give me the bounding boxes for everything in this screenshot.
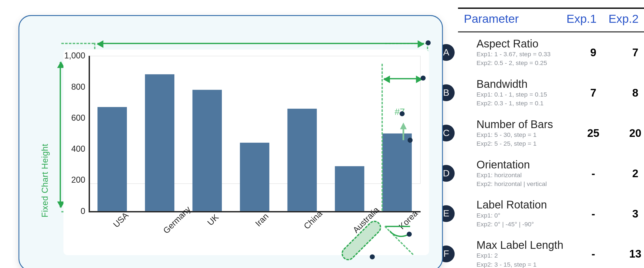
table-header: Parameter Exp.1 Exp.2 (458, 8, 644, 32)
bar (335, 166, 364, 211)
exp2-value: 2 (614, 167, 644, 180)
param-name: Orientation (476, 159, 572, 170)
parameter-table: Parameter Exp.1 Exp.2 AAspect RatioExp1:… (458, 8, 644, 268)
y-tick-label: 0 (60, 206, 85, 216)
table-row: CNumber of BarsExp1: 5 - 30, step = 1Exp… (458, 113, 644, 153)
col-parameter: Parameter (464, 12, 561, 26)
param-sub-exp1: Exp1: 1 - 3.67, step = 0.33 (476, 50, 572, 58)
table-row: ELabel RotationExp1: 0°Exp2: 0° | -45° |… (458, 193, 644, 234)
y-tick-label: 400 (60, 144, 85, 154)
plot-area (89, 56, 421, 211)
y-tick-label: 200 (60, 175, 85, 185)
param-sub-exp1: Exp1: 5 - 30, step = 1 (476, 131, 572, 139)
fixed-chart-height-label: Fixed Chart Height (40, 144, 50, 218)
table-row: DOrientationExp1: horizontalExp2: horizo… (458, 153, 644, 193)
param-name: Number of Bars (476, 119, 572, 130)
x-tick-label: USA (111, 210, 130, 229)
table-row: FMax Label LengthExp1: 2Exp2: 3 - 15, st… (458, 234, 644, 268)
exp1-value: - (572, 247, 614, 260)
param-sub-exp1: Exp1: 0° (476, 211, 572, 219)
param-sub-exp2: Exp2: 0° | -45° | -90° (476, 220, 572, 228)
up-arrow-icon (400, 123, 407, 129)
param-sub-exp2: Exp2: 3 - 15, step = 1 (476, 261, 572, 268)
exp1-value: - (572, 207, 614, 220)
param-sub-exp1: Exp1: 2 (476, 252, 572, 260)
bar (287, 109, 317, 211)
y-axis (89, 56, 90, 211)
aspect-ratio-indicator (97, 43, 423, 44)
param-sub-exp2: Exp2: 5 - 25, step = 1 (476, 140, 572, 148)
col-exp1: Exp.1 (561, 12, 603, 26)
param-name: Aspect Ratio (476, 38, 572, 50)
bar (145, 74, 174, 211)
table-row: AAspect RatioExp1: 1 - 3.67, step = 0.33… (458, 32, 644, 73)
exp2-value: 7 (614, 46, 644, 59)
bar (193, 90, 222, 211)
exp2-value: 20 (614, 126, 644, 139)
param-name: Max Label Length (476, 239, 572, 251)
y-tick-label: 600 (60, 113, 85, 123)
param-sub-exp2: Exp2: horizontal | vertical (476, 180, 572, 188)
bar (382, 134, 412, 211)
col-exp2: Exp.2 (603, 12, 644, 26)
y-tick-label: 800 (60, 82, 85, 92)
bar (98, 107, 127, 211)
param-sub-exp2: Exp2: 0.5 - 2, step = 0.25 (476, 59, 572, 67)
table-row: BBandwidthExp1: 0.1 - 1, step = 0.15Exp2… (458, 73, 644, 113)
exp2-value: 8 (614, 86, 644, 99)
param-sub-exp1: Exp1: horizontal (476, 171, 572, 179)
exp2-value: 13 (614, 247, 644, 260)
bar (240, 143, 269, 211)
y-tick-label: 1,000 (60, 51, 85, 61)
bandwidth-indicator (384, 78, 422, 80)
x-tick-label: Iran (253, 211, 271, 228)
exp1-value: - (572, 167, 614, 180)
exp1-value: 9 (572, 46, 614, 59)
exp2-value: 3 (614, 207, 644, 220)
param-sub-exp1: Exp1: 0.1 - 1, step = 0.15 (476, 91, 572, 98)
param-sub-exp2: Exp2: 0.3 - 1, step = 0.1 (476, 99, 572, 107)
exp1-value: 7 (572, 86, 614, 99)
x-tick-label: UK (205, 212, 221, 227)
param-name: Label Rotation (476, 199, 572, 211)
chart-panel: Fixed Chart Height 02004006008001,000 US… (18, 15, 443, 268)
exp1-value: 25 (572, 126, 614, 139)
param-name: Bandwidth (476, 78, 572, 90)
